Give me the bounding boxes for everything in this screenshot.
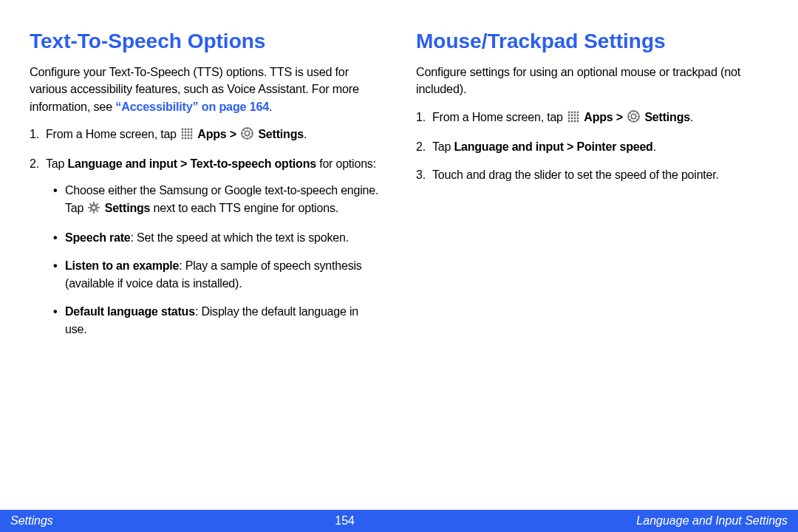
step1-post: .	[304, 128, 307, 140]
svg-point-49	[571, 120, 573, 123]
svg-line-24	[243, 137, 244, 137]
step2-mid: for options:	[316, 157, 376, 170]
svg-point-13	[185, 137, 187, 140]
svg-point-45	[571, 117, 573, 120]
svg-point-4	[182, 132, 184, 134]
tts-bullets: Choose either the Samsung or Google text…	[46, 182, 382, 338]
svg-point-37	[571, 112, 573, 114]
svg-point-47	[577, 117, 579, 120]
settings-gear-icon	[627, 110, 640, 128]
svg-line-60	[630, 119, 630, 120]
mouse-step-1: From a Home screen, tap Apps > Settings.	[416, 109, 768, 128]
step2-pre: Tap	[46, 157, 67, 170]
m-step2-pre: Tap	[432, 140, 454, 153]
svg-point-51	[577, 120, 579, 123]
mouse-step-2: Tap Language and input > Pointer speed.	[416, 138, 768, 156]
svg-point-41	[571, 115, 573, 117]
m-step2-post: .	[653, 140, 656, 153]
svg-point-36	[568, 112, 570, 114]
svg-point-10	[188, 134, 190, 137]
tts-intro: Configure your Text-To-Speech (TTS) opti…	[30, 64, 382, 115]
svg-point-17	[245, 132, 249, 136]
apps-label: Apps >	[197, 128, 239, 140]
svg-rect-30	[98, 207, 100, 208]
tts-step-1: From a Home screen, tap Apps > Settings.	[30, 126, 382, 145]
svg-point-14	[188, 137, 190, 140]
svg-point-15	[191, 137, 193, 140]
bullet-speech-rate: Speech rate: Set the speed at which the …	[53, 229, 382, 247]
m-step1-post: .	[690, 111, 693, 123]
m-apps-label: Apps >	[584, 111, 626, 123]
bullet-listen-example: Listen to an example: Play a sample of s…	[53, 257, 382, 293]
gear-icon	[88, 201, 100, 219]
settings-label: Settings	[258, 128, 304, 140]
left-column: Text-To-Speech Options Configure your Te…	[30, 30, 382, 495]
m-settings-label: Settings	[644, 111, 690, 123]
svg-point-12	[182, 137, 184, 140]
svg-point-2	[188, 129, 190, 131]
svg-point-42	[574, 115, 576, 117]
bullet3-label: Listen to an example	[65, 259, 179, 272]
svg-line-22	[243, 130, 244, 131]
mouse-steps: From a Home screen, tap Apps > Settings.…	[416, 109, 768, 184]
svg-point-46	[574, 117, 576, 120]
svg-rect-29	[88, 207, 90, 208]
tts-step-2: Tap Language and input > Text-to-speech …	[30, 155, 382, 338]
svg-point-7	[191, 132, 193, 134]
svg-line-58	[630, 112, 630, 113]
bullet2-text: : Set the speed at which the text is spo…	[131, 231, 349, 244]
bullet-default-lang: Default language status: Display the def…	[53, 303, 382, 338]
tts-steps: From a Home screen, tap Apps > Settings.…	[30, 126, 382, 338]
svg-line-59	[637, 119, 638, 120]
step1-pre: From a Home screen, tap	[46, 128, 180, 140]
step2-bold: Language and input > Text-to-speech opti…	[67, 157, 316, 170]
svg-point-8	[182, 134, 184, 137]
bullet1-settings: Settings	[105, 202, 151, 214]
bullet1-b: next to each TTS engine for options.	[150, 202, 338, 214]
svg-point-43	[577, 115, 579, 117]
mouse-intro: Configure settings for using an optional…	[416, 64, 768, 98]
svg-point-11	[191, 134, 193, 137]
svg-point-6	[188, 132, 190, 134]
svg-point-0	[182, 129, 184, 131]
svg-point-40	[568, 115, 570, 117]
footer-right: Language and Input Settings	[636, 514, 788, 528]
m-step2-bold: Language and input > Pointer speed	[454, 140, 652, 153]
apps-grid-icon	[567, 110, 579, 128]
mouse-step-3: Touch and drag the slider to set the spe…	[416, 166, 768, 184]
bullet-engine: Choose either the Samsung or Google text…	[53, 182, 382, 219]
svg-rect-28	[93, 211, 95, 214]
svg-point-48	[568, 120, 570, 123]
svg-point-35	[92, 206, 95, 209]
svg-point-3	[191, 129, 193, 131]
svg-point-38	[574, 112, 576, 114]
svg-line-25	[250, 130, 251, 131]
right-column: Mouse/Trackpad Settings Configure settin…	[416, 30, 768, 495]
svg-rect-27	[93, 202, 95, 204]
svg-point-39	[577, 112, 579, 114]
apps-grid-icon	[181, 127, 193, 145]
svg-line-61	[637, 112, 638, 113]
m-step1-pre: From a Home screen, tap	[432, 111, 566, 123]
svg-point-44	[568, 117, 570, 120]
settings-gear-icon	[241, 127, 253, 145]
footer-page-number: 154	[335, 514, 355, 528]
bullet2-label: Speech rate	[65, 231, 131, 244]
tts-intro-post: .	[269, 100, 272, 113]
bullet4-label: Default language status	[65, 305, 195, 318]
svg-point-50	[574, 120, 576, 123]
svg-point-9	[185, 134, 187, 137]
accessibility-link[interactable]: “Accessibility” on page 164	[115, 100, 269, 113]
page-content: Text-To-Speech Options Configure your Te…	[0, 0, 798, 510]
page-footer: Settings 154 Language and Input Settings	[0, 510, 798, 532]
svg-point-53	[631, 114, 635, 118]
svg-line-23	[250, 137, 251, 137]
tts-heading: Text-To-Speech Options	[30, 30, 382, 53]
svg-point-1	[185, 129, 187, 131]
svg-point-5	[185, 132, 187, 134]
footer-left: Settings	[10, 514, 53, 528]
mouse-heading: Mouse/Trackpad Settings	[416, 30, 768, 53]
